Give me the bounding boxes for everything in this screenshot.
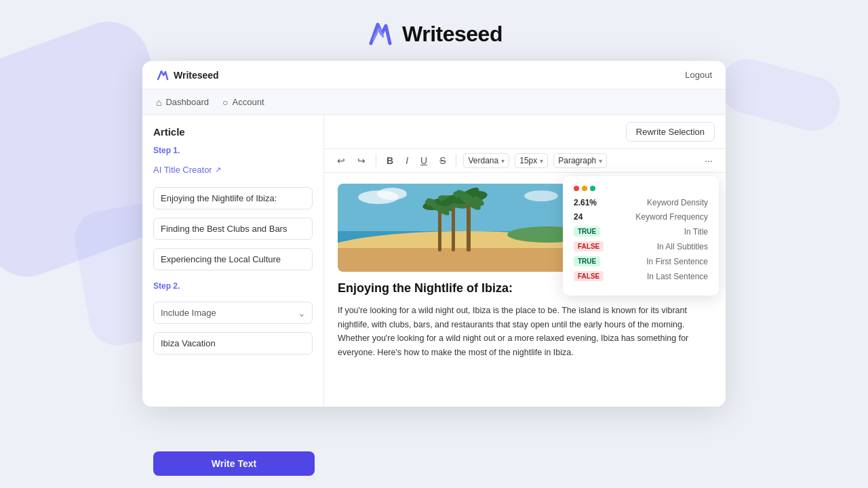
toolbar-divider-2 [456,155,456,167]
step2-label: Step 2. [153,281,313,291]
include-image-wrapper[interactable]: Include Image [153,302,313,324]
paragraph-style-value: Paragraph [558,156,596,165]
panel-article-title: Article [153,126,313,138]
font-family-select[interactable]: Verdana ▾ [463,153,509,168]
brand-icon-large [366,19,395,49]
account-icon: ○ [222,97,228,108]
article-body-text: If you're looking for a wild night out, … [338,304,712,360]
svg-rect-10 [452,201,455,251]
include-image-label: Include Image [161,308,216,318]
bold-button[interactable]: B [383,153,397,168]
strikethrough-button[interactable]: S [436,153,449,168]
svg-rect-3 [338,248,595,272]
font-size-value: 15px [519,156,537,165]
svg-point-21 [524,190,558,201]
ai-title-creator-text: AI Title Creator [153,165,212,175]
dashboard-label: Dashboard [165,97,209,107]
underline-button[interactable]: U [417,153,431,168]
redo-button[interactable]: ↪ [354,153,369,168]
dot-red [574,186,579,191]
editor-toolbar: ↩ ↪ B I U S Verdana ▾ 15px ▾ Paragraph [324,149,726,173]
italic-button[interactable]: I [402,153,412,168]
dot-green [590,186,595,191]
editor-panel: Rewrite Selection ↩ ↪ B I U S Verdana ▾ … [324,115,726,407]
nav-brand: Writeseed [156,68,219,82]
frequency-value: 24 [574,212,599,222]
keyword-popup: 2.61% Keyword Density 24 Keyword Frequen… [563,176,719,296]
article-image [338,184,595,272]
rewrite-selection-button[interactable]: Rewrite Selection [626,122,715,142]
brand-name-large: Writeseed [402,22,502,47]
paragraph-style-arrow: ▾ [599,157,602,165]
keyword-input[interactable] [153,332,313,354]
popup-row-in-last-sentence: FALSE In Last Sentence [574,271,708,281]
in-title-badge: TRUE [574,226,600,237]
in-last-sentence-badge: FALSE [574,271,604,281]
popup-row-frequency: 24 Keyword Frequency [574,212,708,222]
toolbar-divider-1 [376,155,376,167]
editor-header: Rewrite Selection [324,115,726,149]
beach-scene-svg [338,184,595,272]
nav-item-account[interactable]: ○ Account [222,93,264,112]
app-body: Article Step 1. AI Title Creator ↗ Step … [142,115,726,407]
svg-point-20 [377,188,407,200]
app-window: Writeseed Logout ⌂ Dashboard ○ Account A… [142,61,726,407]
write-btn-container: Write Text [142,451,726,476]
step1-label: Step 1. [153,146,313,155]
brand-header: Writeseed [0,0,868,49]
font-family-arrow: ▾ [501,157,505,165]
left-panel: Article Step 1. AI Title Creator ↗ Step … [142,115,324,407]
in-last-sentence-label: In Last Sentence [647,272,708,281]
logout-button[interactable]: Logout [685,70,712,80]
popup-dots [574,186,708,191]
popup-row-in-title: TRUE In Title [574,226,708,237]
popup-row-in-first-sentence: TRUE In First Sentence [574,256,708,266]
popup-row-in-subtitles: FALSE In All Subtitles [574,241,708,251]
in-subtitles-badge: FALSE [574,241,604,251]
more-options-button[interactable]: ··· [701,153,716,168]
top-navigation: ⌂ Dashboard ○ Account [142,89,726,115]
in-subtitles-label: In All Subtitles [657,242,708,251]
font-family-value: Verdana [468,156,498,165]
in-first-sentence-label: In First Sentence [646,257,708,266]
density-value: 2.61% [574,198,599,207]
nav-brand-text: Writeseed [174,70,219,81]
nav-item-dashboard[interactable]: ⌂ Dashboard [156,93,209,112]
external-link-icon: ↗ [215,165,221,174]
dot-yellow [582,186,587,191]
dashboard-icon: ⌂ [156,97,161,108]
undo-button[interactable]: ↩ [334,153,349,168]
account-label: Account [233,97,264,107]
font-size-select[interactable]: 15px ▾ [515,153,548,168]
density-label: Keyword Density [647,198,708,207]
paragraph-style-select[interactable]: Paragraph ▾ [553,153,607,168]
title-input-2[interactable] [153,218,313,240]
ai-title-creator-link[interactable]: AI Title Creator ↗ [153,165,313,175]
title-input-1[interactable] [153,187,313,209]
frequency-label: Keyword Frequency [635,212,708,222]
popup-row-density: 2.61% Keyword Density [574,198,708,207]
write-text-button[interactable]: Write Text [153,451,315,476]
app-navbar: Writeseed Logout [142,61,726,89]
title-input-3[interactable] [153,248,313,270]
brand-logo: Writeseed [366,19,502,49]
in-title-label: In Title [684,227,708,237]
include-image-select[interactable]: Include Image [153,302,313,324]
in-first-sentence-badge: TRUE [574,256,600,266]
font-size-arrow: ▾ [540,157,543,165]
nav-brand-icon [156,68,170,82]
